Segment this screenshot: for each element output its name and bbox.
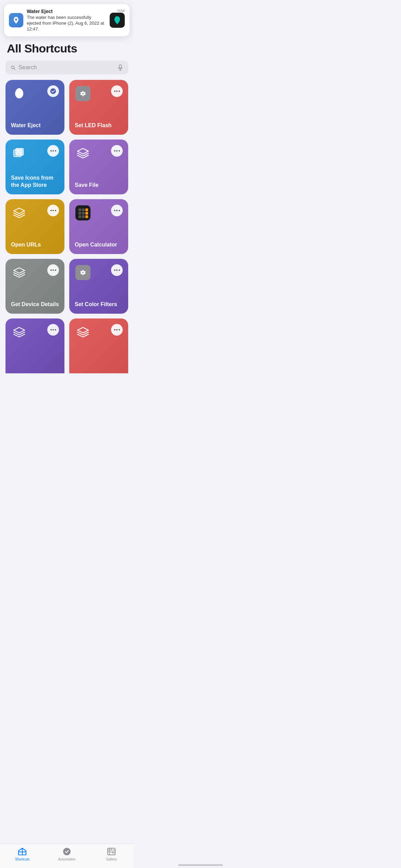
dots-icon: [50, 150, 56, 152]
shortcut-card-open-calculator[interactable]: Open Calculator: [69, 199, 128, 254]
card-header: [11, 205, 59, 221]
svg-rect-3: [16, 148, 23, 155]
card-header: [75, 264, 123, 281]
card-header: [11, 85, 59, 102]
card-label: Water Eject: [11, 122, 59, 129]
dots-menu-button[interactable]: [111, 324, 123, 336]
shortcut-card-water-eject[interactable]: Water Eject: [5, 80, 64, 135]
svg-point-0: [50, 88, 56, 94]
svg-rect-12: [82, 212, 85, 215]
settings-app-icon: [75, 85, 91, 102]
svg-rect-14: [78, 215, 81, 218]
card-header: [11, 145, 59, 161]
notif-body: The water has been successfully ejected …: [27, 15, 106, 32]
card-header: [75, 324, 123, 340]
notif-app-icon: [9, 13, 23, 27]
dots-icon: [114, 269, 120, 271]
dots-icon: [50, 210, 56, 211]
svg-point-4: [17, 150, 19, 152]
dots-menu-button[interactable]: [111, 145, 123, 157]
shortcut-card-open-urls[interactable]: Open URLs: [5, 199, 64, 254]
search-placeholder[interactable]: Search: [19, 64, 114, 71]
dots-icon: [114, 329, 120, 330]
shortcut-card-bottom-right[interactable]: [69, 318, 128, 373]
dots-icon: [50, 329, 56, 330]
shortcut-card-set-color-filters[interactable]: Set Color Filters: [69, 259, 128, 314]
stack-icon: [11, 205, 27, 221]
svg-rect-15: [82, 215, 85, 218]
stack-icon: [11, 324, 27, 340]
dots-icon: [114, 91, 120, 92]
page-title: All Shortcuts: [7, 42, 127, 55]
card-header: [75, 205, 123, 221]
stack-icon: [75, 324, 91, 340]
notif-title: Water Eject: [27, 8, 106, 14]
svg-rect-16: [85, 215, 88, 218]
svg-marker-20: [77, 327, 88, 333]
notification-banner[interactable]: Water Eject The water has been successfu…: [4, 4, 130, 36]
card-header: [75, 85, 123, 102]
svg-rect-8: [78, 208, 81, 211]
notif-content: Water Eject The water has been successfu…: [27, 8, 106, 32]
microphone-icon[interactable]: [117, 64, 123, 71]
dots-menu-button[interactable]: [47, 264, 59, 276]
check-button[interactable]: [47, 85, 59, 97]
search-icon: [10, 65, 16, 70]
stack-icon: [75, 145, 91, 161]
card-label: Set LED Flash: [75, 122, 123, 129]
svg-marker-19: [14, 327, 25, 333]
svg-rect-10: [85, 208, 88, 211]
shortcut-card-set-led-flash[interactable]: Set LED Flash: [69, 80, 128, 135]
shortcut-card-save-icons[interactable]: Save Icons from the App Store: [5, 140, 64, 194]
card-header: [75, 145, 123, 161]
card-label: Save File: [75, 182, 123, 189]
calculator-app-icon: [75, 205, 91, 221]
notif-thumbnail: [110, 13, 125, 28]
svg-rect-18: [75, 265, 90, 280]
card-header: [11, 324, 59, 340]
dots-menu-button[interactable]: [47, 145, 59, 157]
dots-menu-button[interactable]: [47, 205, 59, 216]
dots-icon: [114, 150, 120, 152]
stack-icon: [11, 264, 27, 281]
card-label: Get Device Details: [11, 301, 59, 308]
svg-rect-13: [85, 212, 88, 215]
svg-marker-5: [77, 148, 88, 154]
card-label: Save Icons from the App Store: [11, 174, 59, 189]
svg-rect-11: [78, 212, 81, 215]
dots-menu-button[interactable]: [111, 264, 123, 276]
svg-rect-9: [82, 208, 85, 211]
dots-menu-button[interactable]: [47, 324, 59, 336]
shortcut-card-bottom-left[interactable]: [5, 318, 64, 373]
settings-app-icon: [75, 264, 91, 281]
card-label: Set Color Filters: [75, 301, 123, 308]
search-bar[interactable]: Search: [5, 61, 128, 74]
card-header: [11, 264, 59, 281]
dots-icon: [50, 269, 56, 271]
shortcut-card-save-file[interactable]: Save File: [69, 140, 128, 194]
dots-menu-button[interactable]: [111, 205, 123, 216]
shortcuts-grid: Water Eject Set LED Flash: [0, 80, 134, 379]
water-drop-icon: [11, 85, 27, 102]
photos-icon: [11, 145, 27, 161]
svg-marker-6: [14, 208, 25, 214]
svg-marker-17: [14, 268, 25, 273]
shortcut-card-get-device-details[interactable]: Get Device Details: [5, 259, 64, 314]
svg-rect-1: [75, 86, 90, 101]
card-label: Open URLs: [11, 241, 59, 249]
page-header: All Shortcuts: [0, 36, 134, 58]
notif-time: now: [117, 8, 125, 13]
dots-menu-button[interactable]: [111, 85, 123, 97]
card-label: Open Calculator: [75, 241, 123, 249]
dots-icon: [114, 210, 120, 211]
